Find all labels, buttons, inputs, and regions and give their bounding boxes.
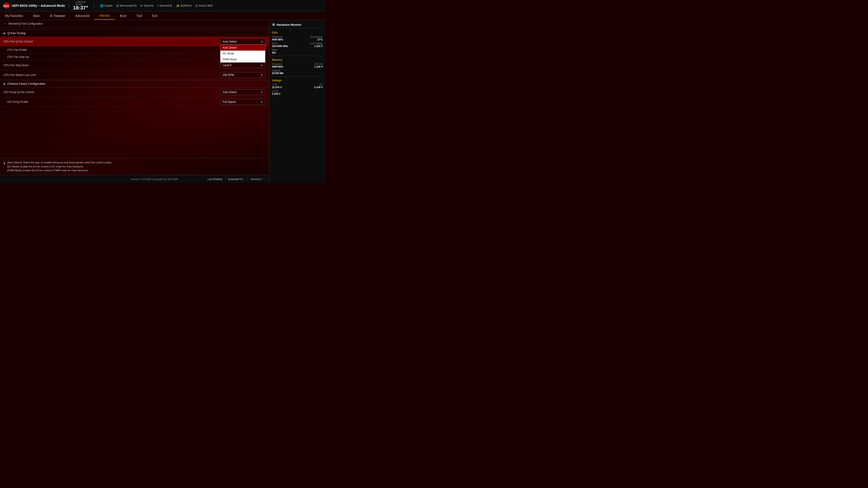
resize-icon: ⊡: [195, 4, 198, 7]
tab-exit[interactable]: Exit: [147, 12, 162, 20]
cpu-fan-speed-low-limit-value: 200 RPM: [223, 73, 234, 76]
dropdown-arrow-icon3: ▼: [260, 74, 263, 76]
cpu-fan-qfan-control-label: CPU Fan Q-Fan Control: [4, 40, 33, 43]
tool-aura[interactable]: ✨ AURA(F4): [176, 4, 192, 7]
tool-myfavorite[interactable]: ☰ MyFavorite(F3): [116, 4, 137, 7]
tab-monitor[interactable]: Monitor: [94, 12, 115, 20]
tab-ai-tweaker[interactable]: Ai Tweaker: [45, 12, 70, 20]
chassis-fan-section[interactable]: ▶ Chassis Fan(s) Configuration: [0, 80, 269, 88]
hw-cpu-ratio-value: 45x: [272, 51, 323, 54]
tab-boot[interactable]: Boot: [115, 12, 131, 20]
tool-english[interactable]: 🌐 English: [100, 4, 113, 7]
hw-cpu-corevolt-value: 1.216 V: [298, 45, 323, 47]
chassis-section-label: Chassis Fan(s) Configuration: [7, 82, 45, 86]
footer: Version 2.22.1284 Copyright (C) 2022 AMI…: [0, 175, 269, 183]
hw-cpu-bclk-volt-labels: BCLK 100.0000 MHz Core Voltage 1.216 V: [272, 42, 323, 47]
cpu-fan-qfan-control-menu: Auto Detect DC Mode PWM Mode: [220, 44, 266, 63]
qfan-tuning-section[interactable]: ▶ Q-Fan Tuning: [0, 29, 269, 37]
hw-cpu-freq-temp-labels: Frequency 4500 MHz Temperature 17°C: [272, 36, 323, 41]
nav-tabs: My Favorites Main Ai Tweaker Advanced Mo…: [0, 11, 326, 20]
option-pwm-mode[interactable]: PWM Mode: [220, 57, 265, 62]
hw-mem-freq-mcvolt-labels: Frequency 4800 MHz MC Volt 1.120 V: [272, 63, 323, 68]
rog-logo-icon: ROG: [3, 2, 10, 9]
tab-my-favorites[interactable]: My Favorites: [0, 12, 28, 20]
hw-12v-5v-labels: +12V 12.076 V +5V 5.140 V: [272, 84, 323, 89]
hot-keys-button[interactable]: Hot Keys ?: [248, 177, 266, 182]
hw-memory-section-title: Memory: [272, 58, 323, 61]
cpu-fan-profile-label: CPU Fan Profile: [7, 48, 27, 52]
dropdown-arrow-icon2: ▼: [260, 64, 263, 67]
hw-12v-label-col: +12V 12.076 V: [272, 84, 298, 89]
date-display: 12/25/2022Sunday: [75, 1, 86, 5]
hw-mem-capacity-value: 32768 MB: [272, 72, 323, 74]
info-line-2: [DC Mode]: Enable the Q-Fan control in D…: [7, 165, 84, 168]
last-modified-button[interactable]: Last Modified: [205, 177, 225, 182]
hw-cpu-ratio-label: Ratio: [272, 49, 323, 51]
aio-pump-profile-label: AIO Pump Profile: [7, 100, 28, 103]
option-dc-mode[interactable]: DC Mode: [220, 51, 265, 57]
tab-advanced[interactable]: Advanced: [70, 12, 94, 20]
tool-resizebar[interactable]: ⊡ ReSize BAR: [195, 4, 213, 7]
info-line-1: [Auto Detect]: Detect the type of instal…: [7, 161, 112, 164]
header: ROG UEFI BIOS Utility – Advanced Mode | …: [0, 0, 326, 11]
tool-myfav-label: MyFavorite(F3): [120, 4, 137, 7]
cpu-fan-speed-low-limit-label: CPU Fan Speed Low Limit: [4, 73, 35, 76]
settings-area: ▶ Q-Fan Tuning CPU Fan Q-Fan Control Aut…: [0, 28, 269, 158]
content-area: ← Monitor\Q-Fan Configuration ▶ Q-Fan Tu…: [0, 20, 326, 183]
hw-cpu-freq-value: 4500 MHz: [272, 38, 298, 41]
aio-pump-qfan-control-label: AIO Pump Q-Fan Control: [4, 91, 34, 94]
bios-title: UEFI BIOS Utility – Advanced Mode: [12, 4, 65, 7]
aio-pump-qfan-control-value: Auto Detect: [223, 91, 237, 94]
info-icon: ℹ: [4, 161, 5, 165]
footer-version: Version 2.22.1284 Copyright (C) 2022 AMI: [104, 178, 205, 181]
tool-search[interactable]: ? Search(F9): [157, 4, 172, 7]
aio-pump-qfan-control-dropdown[interactable]: Auto Detect ▼: [220, 89, 266, 95]
hw-monitor-title: 🖥 Hardware Monitor: [272, 23, 323, 29]
aio-pump-qfan-control-row: AIO Pump Q-Fan Control Auto Detect ▼: [0, 88, 269, 97]
tab-main[interactable]: Main: [28, 12, 45, 20]
ezmode-button[interactable]: EzMode(F7)|→: [225, 177, 248, 182]
aio-pump-profile-dropdown[interactable]: Full Speed ▼: [220, 99, 266, 105]
myfav-icon: ☰: [116, 4, 119, 7]
cpu-fan-qfan-control-dropdown[interactable]: Auto Detect ▼: [220, 39, 266, 44]
datetime-area: 12/25/2022Sunday 18:37✱: [73, 1, 88, 10]
time-settings-icon[interactable]: ✱: [86, 5, 88, 8]
cpu-fan-step-down-value: Level 0: [223, 64, 231, 67]
cpu-fan-step-down-dropdown[interactable]: Level 0 ▼: [220, 62, 266, 68]
tool-qfan-label: Qfan(F6): [144, 4, 153, 7]
cpu-fan-step-down-label: CPU Fan Step Down: [4, 64, 29, 67]
aio-pump-profile-value: Full Speed: [223, 100, 236, 103]
header-tools: 🌐 English ☰ MyFavorite(F3) ⟳ Qfan(F6) ? …: [100, 4, 323, 7]
cpu-fan-speed-low-limit-dropdown[interactable]: 200 RPM ▼: [220, 72, 266, 78]
breadcrumb-path: Monitor\Q-Fan Configuration: [8, 22, 43, 25]
option-auto-detect[interactable]: Auto Detect: [220, 45, 265, 51]
hw-monitor-panel: 🖥 Hardware Monitor CPU Frequency 4500 MH…: [269, 20, 326, 183]
hw-5v-label-col: +5V 5.140 V: [298, 84, 323, 89]
hw-mem-freq-value: 4800 MHz: [272, 65, 298, 68]
cpu-fan-step-down-container: Level 0 ▼: [220, 62, 266, 68]
hw-mem-mcvolt-label-col: MC Volt 1.120 V: [298, 63, 323, 68]
cpu-fan-speed-low-limit-row: CPU Fan Speed Low Limit 200 RPM ▼: [0, 70, 269, 80]
breadcrumb: ← Monitor\Q-Fan Configuration: [0, 20, 269, 28]
breadcrumb-arrow-icon[interactable]: ←: [4, 22, 7, 26]
section-expand-icon: ▶: [4, 32, 6, 35]
hw-cpu-temp-value: 17°C: [298, 38, 323, 41]
tool-qfan[interactable]: ⟳ Qfan(F6): [140, 4, 153, 7]
dropdown-arrow-icon: ▼: [260, 40, 263, 43]
tab-tool[interactable]: Tool: [131, 12, 147, 20]
hw-cpu-corevolt-label-col: Core Voltage 1.216 V: [298, 42, 323, 47]
tool-aura-label: AURA(F4): [180, 4, 192, 7]
aio-pump-profile-row: AIO Pump Profile Full Speed ▼: [0, 97, 269, 107]
main-content: ← Monitor\Q-Fan Configuration ▶ Q-Fan Tu…: [0, 20, 269, 183]
tool-search-label: Search(F9): [160, 4, 172, 7]
hw-cpu-temp-label: Temperature: [298, 36, 323, 38]
hw-cpu-section-title: CPU: [272, 31, 323, 34]
hw-5v-label: +5V: [298, 84, 323, 86]
hw-cpu-ratio-container: Ratio 45x: [272, 49, 323, 54]
globe-icon: 🌐: [100, 4, 103, 7]
header-divider2: |: [94, 4, 94, 8]
hw-cpu-freq-label-col: Frequency 4500 MHz: [272, 36, 298, 41]
hw-mem-capacity-label: Capacity: [272, 69, 323, 72]
hw-cpu-bclk-label: BCLK: [272, 42, 298, 45]
info-text: [Auto Detect]: Detect the type of instal…: [7, 161, 112, 173]
